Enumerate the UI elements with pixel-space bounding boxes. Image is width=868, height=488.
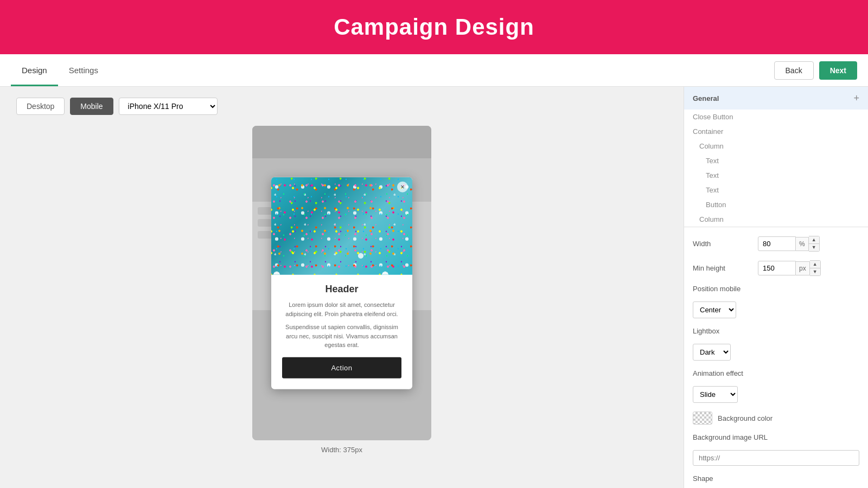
bg-color-label: Background color [718,414,773,422]
min-height-label: Min height [693,264,752,272]
popup-action-button[interactable]: Action [282,357,401,378]
bg-image-label: Background image URL [693,433,768,441]
right-panel: General + Close Button Container Column … [684,87,868,488]
popup-image [271,177,412,275]
width-decrement[interactable]: ▼ [809,244,819,251]
properties-section: Width % ▲ ▼ Min height px [684,227,868,488]
tree-item-text-2[interactable]: Text [684,168,868,183]
tabs-container: Design Settings [11,55,109,85]
width-stepper: ▲ ▼ [809,236,820,252]
animation-select-wrap: Slide Fade Bounce [693,386,859,403]
bg-color-swatch[interactable] [693,412,712,425]
popup-para-1: Lorem ipsum dolor sit amet, consectetur … [282,300,401,318]
mobile-button[interactable]: Mobile [70,98,113,115]
popup-body: Header Lorem ipsum dolor sit amet, conse… [271,275,412,389]
tree-item-button[interactable]: Button [684,197,868,212]
tree-item-column-2[interactable]: Column [684,212,868,227]
min-height-unit: px [796,261,810,275]
tab-settings[interactable]: Settings [58,56,109,86]
toolbar: Design Settings Back Next [0,54,868,87]
bg-image-row: Background image URL [693,433,859,441]
toolbar-actions: Back Next [774,61,857,80]
back-button[interactable]: Back [774,61,814,80]
device-bar: Desktop Mobile iPhone X/11 Pro iPhone SE… [16,98,218,115]
tree-item-container[interactable]: Container [684,124,868,139]
shape-label: Shape [693,474,859,483]
lightbox-label: Lightbox [693,327,752,335]
tab-design[interactable]: Design [11,56,58,86]
tree-item-text-3[interactable]: Text [684,183,868,197]
device-select[interactable]: iPhone X/11 Pro iPhone SE Samsung Galaxy… [119,98,218,115]
width-unit: % [796,237,809,251]
phone-bg-top [252,126,431,158]
animation-select[interactable]: Slide Fade Bounce [693,386,738,403]
position-mobile-row: Position mobile [693,285,859,293]
position-mobile-select-wrap: Center Top Bottom [693,301,859,318]
bg-color-row: Background color [693,412,859,425]
min-height-input[interactable] [758,261,796,275]
width-increment[interactable]: ▲ [809,236,819,244]
tree-add-button[interactable]: + [853,93,859,103]
min-height-row: Min height px ▲ ▼ [693,260,859,276]
min-height-increment[interactable]: ▲ [810,261,820,268]
phone-container: × Header Lorem ipsum dolor sit amet, con… [16,126,667,477]
page-title: Campaign Design [334,14,534,40]
popup-header: Header [282,284,401,295]
tree-item-column-1[interactable]: Column [684,139,868,153]
width-input-group: % ▲ ▼ [758,236,859,252]
width-input[interactable] [758,236,796,251]
lightbox-select[interactable]: Dark Light None [693,344,731,361]
tree-header-label: General [693,94,719,102]
canvas-area: Desktop Mobile iPhone X/11 Pro iPhone SE… [0,87,684,488]
popup-modal: × Header Lorem ipsum dolor sit amet, con… [271,177,412,389]
lightbox-select-wrap: Dark Light None [693,344,859,361]
next-button[interactable]: Next [819,61,857,80]
lightbox-row: Lightbox [693,327,859,335]
width-label-prop: Width [693,240,752,248]
width-row: Width % ▲ ▼ [693,236,859,252]
popup-close-button[interactable]: × [397,182,408,192]
bg-image-input[interactable] [693,450,859,466]
tree-item-close-button[interactable]: Close Button [684,110,868,124]
top-header: Campaign Design [0,0,868,54]
popup-para-2: Suspendisse ut sapien convallis, digniss… [282,323,401,350]
position-mobile-label: Position mobile [693,285,752,293]
min-height-input-group: px ▲ ▼ [758,260,859,276]
tree-header: General + [684,87,868,110]
min-height-decrement[interactable]: ▼ [810,268,820,275]
main-area: Design Settings Back Next Desktop Mobile… [0,54,868,488]
position-mobile-select[interactable]: Center Top Bottom [693,301,736,318]
animation-row: Animation effect [693,369,859,377]
animation-label: Animation effect [693,369,752,377]
tree-item-text-1[interactable]: Text [684,153,868,168]
width-label: Width: 375px [321,446,362,454]
content-row: Desktop Mobile iPhone X/11 Pro iPhone SE… [0,87,868,488]
phone-mockup: × Header Lorem ipsum dolor sit amet, con… [252,126,431,440]
tree-section: General + Close Button Container Column … [684,87,868,227]
min-height-stepper: ▲ ▼ [810,260,821,276]
desktop-button[interactable]: Desktop [16,98,65,115]
